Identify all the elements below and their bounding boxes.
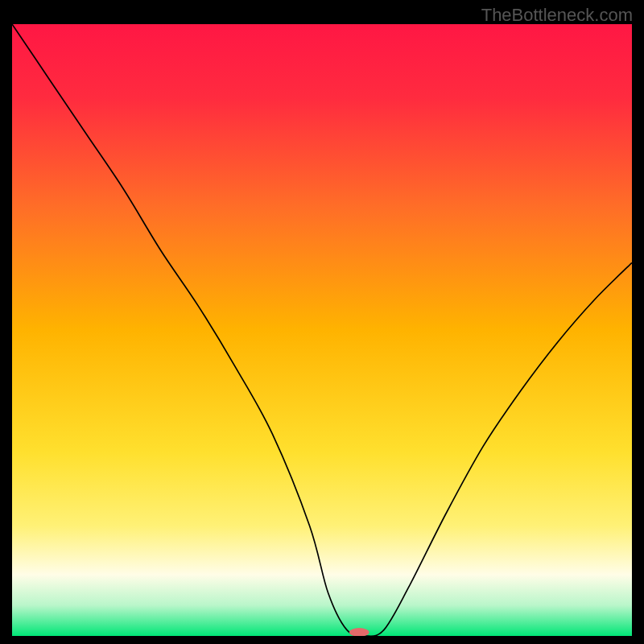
plot-area [12,24,632,636]
chart-svg [12,24,632,636]
watermark-text: TheBottleneck.com [481,5,633,26]
chart-frame: TheBottleneck.com [0,0,644,644]
gradient-background [12,24,632,636]
